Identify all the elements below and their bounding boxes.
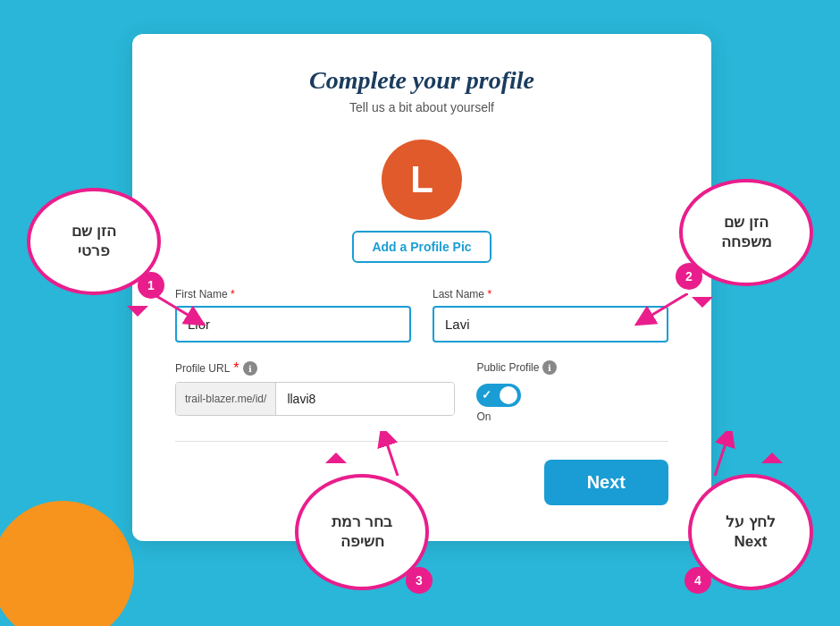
add-profile-pic-button[interactable]: Add a Profile Pic xyxy=(352,231,491,263)
last-name-label: Last Name * xyxy=(433,288,668,300)
name-fields-row: First Name * Last Name * xyxy=(175,288,668,343)
url-input-wrapper: trail-blazer.me/id/ xyxy=(175,382,455,416)
public-profile-info-icon[interactable]: ℹ xyxy=(542,360,557,375)
url-row: Profile URL * ℹ trail-blazer.me/id/ Publ… xyxy=(175,360,668,423)
toggle-slider: ✓ xyxy=(476,384,521,407)
bubble-2-number: 2 xyxy=(676,263,702,290)
first-name-label: First Name * xyxy=(175,288,411,300)
bubble-3-text: בחר רמת חשיפה xyxy=(332,512,393,552)
modal-subtitle: Tell us a bit about yourself xyxy=(175,100,668,114)
url-prefix: trail-blazer.me/id/ xyxy=(176,383,276,415)
bubble-last-name: הזן שם משפחה 2 xyxy=(679,179,813,286)
svg-line-0 xyxy=(152,293,197,320)
profile-url-label: Profile URL xyxy=(175,362,230,375)
last-name-input[interactable] xyxy=(433,306,668,343)
first-name-input[interactable] xyxy=(175,306,411,343)
next-button[interactable]: Next xyxy=(544,460,668,505)
avatar-section: L Add a Profile Pic xyxy=(175,140,668,263)
first-name-group: First Name * xyxy=(175,288,411,343)
arrow-bubble-2 xyxy=(634,293,688,329)
toggle-on-label: On xyxy=(476,410,668,423)
svg-line-2 xyxy=(384,436,398,476)
avatar: L xyxy=(382,140,462,220)
bubble-first-name: הזן שם פרטי 1 xyxy=(27,188,161,295)
bubble-exposure-level: בחר רמת חשיפה 3 xyxy=(295,474,429,590)
arrow-bubble-3 xyxy=(375,431,420,476)
divider xyxy=(175,441,668,442)
profile-url-group: Profile URL * ℹ trail-blazer.me/id/ xyxy=(175,360,455,416)
bubble-4-text: לחץ על Next xyxy=(726,512,776,552)
bubble-1-text: הזן שם פרטי xyxy=(71,222,116,261)
arrow-bubble-4 xyxy=(688,431,742,476)
bubble-next: לחץ על Next 4 xyxy=(688,474,813,590)
public-label-row: Public Profile ℹ xyxy=(476,360,668,375)
public-profile-label: Public Profile xyxy=(476,361,539,374)
bubble-4-number: 4 xyxy=(685,567,711,594)
svg-line-3 xyxy=(715,436,728,476)
profile-url-info-icon[interactable]: ℹ xyxy=(243,361,257,376)
public-profile-toggle[interactable]: ✓ xyxy=(476,384,521,407)
toggle-check-icon: ✓ xyxy=(482,388,491,402)
last-name-group: Last Name * xyxy=(433,288,668,343)
url-label-row: Profile URL * ℹ xyxy=(175,360,455,376)
svg-line-1 xyxy=(643,293,688,320)
arrow-bubble-1 xyxy=(152,293,206,329)
bubble-2-text: הזן שם משפחה xyxy=(721,213,772,252)
url-suffix-input[interactable] xyxy=(276,383,454,415)
toggle-wrapper: ✓ On xyxy=(476,384,668,423)
bubble-3-number: 3 xyxy=(406,567,433,594)
bg-decoration xyxy=(0,501,134,626)
btn-row: Next xyxy=(175,460,668,505)
profile-modal: Complete your profile Tell us a bit abou… xyxy=(132,34,711,541)
modal-title: Complete your profile xyxy=(175,66,668,95)
public-profile-group: Public Profile ℹ ✓ On xyxy=(476,360,668,423)
